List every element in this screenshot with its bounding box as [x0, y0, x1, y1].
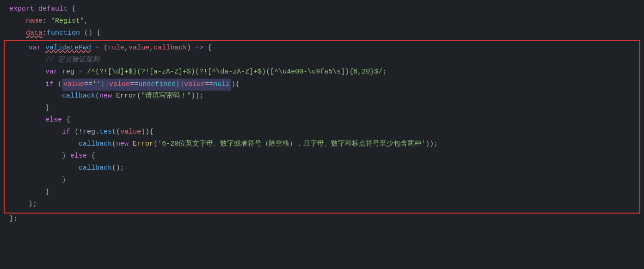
token-export: export [9, 4, 34, 15]
code-line-6: var reg = /^(?![\d]+$)(?![a-zA-Z]+$)(?![… [5, 67, 639, 79]
token-new-1: new [99, 91, 112, 102]
token-rule: rule [108, 43, 124, 54]
token-function-kw: function [47, 28, 80, 39]
token-callback-1: callback [62, 91, 95, 102]
token-error-1: Error [116, 91, 137, 102]
token-new-2: new [116, 139, 129, 150]
code-line-8: callback ( new Error ( "请填写密码！" )); [5, 91, 639, 103]
token-callback: callback [153, 43, 187, 54]
token-regex: /^(?![\d]+$)(?![a-zA-Z]+$)(?![^\da-zA-Z]… [87, 67, 382, 78]
code-line-10: else { [5, 115, 639, 127]
code-line-12: callback ( new Error ( '6-20位英文字母、数字或者符号… [5, 139, 639, 151]
code-line-18: }; [0, 214, 644, 226]
code-line-13: } else { [5, 151, 639, 163]
code-line-4: var validatePwd = ( rule , value , callb… [5, 43, 639, 55]
code-line-17: }; [5, 199, 639, 211]
code-line-7: if ( value==''||value==undefined||value=… [5, 79, 639, 91]
token-var-2: var [45, 67, 58, 78]
token-data-prop: data [26, 28, 43, 39]
code-line-11: if (! reg . test ( value )){ [5, 127, 639, 139]
token-arrow: => [195, 43, 203, 54]
token-error-msg-2: '6-20位英文字母、数字或者符号（除空格），且字母、数字和标点符号至少包含两种… [158, 139, 425, 150]
token-if-condition: value==''||value==undefined||value==null [62, 79, 231, 91]
code-line-16: } [5, 187, 639, 199]
code-line-1: export default { [0, 4, 644, 16]
token-validatePwd: validatePwd [45, 43, 91, 54]
code-line-3: data : function () { [0, 28, 644, 40]
token-value: value [129, 43, 149, 54]
code-line-2: name : "Regist" , [0, 16, 644, 28]
token-regist-str: "Regist" [51, 16, 84, 27]
token-callback-3: callback [79, 163, 112, 174]
token-name-prop: name [26, 16, 43, 27]
code-line-5: // 定义验证规则 [5, 55, 639, 67]
token-reg-ref: reg [83, 127, 95, 138]
token-var-1: var [29, 43, 41, 54]
token-error-msg-1: "请填写密码！" [141, 91, 191, 102]
token-callback-2: callback [79, 139, 112, 150]
token-value-2: value [120, 127, 141, 138]
token-if-1: if [45, 79, 54, 90]
highlighted-code-block: var validatePwd = ( rule , value , callb… [4, 40, 640, 214]
code-line-14: callback (); [5, 163, 639, 175]
token-else-2: else [70, 151, 87, 162]
token-test-fn: test [99, 127, 116, 138]
token-reg-var: reg [62, 67, 74, 78]
code-editor: export default { name : "Regist" , data … [0, 0, 644, 229]
token-comment: // 定义验证规则 [45, 55, 99, 66]
token-else-1: else [45, 115, 62, 126]
token-if-2: if [62, 127, 70, 138]
code-line-9: } [5, 103, 639, 115]
token-error-2: Error [133, 139, 153, 150]
token-default: default [38, 4, 67, 15]
code-line-15: } [5, 175, 639, 187]
